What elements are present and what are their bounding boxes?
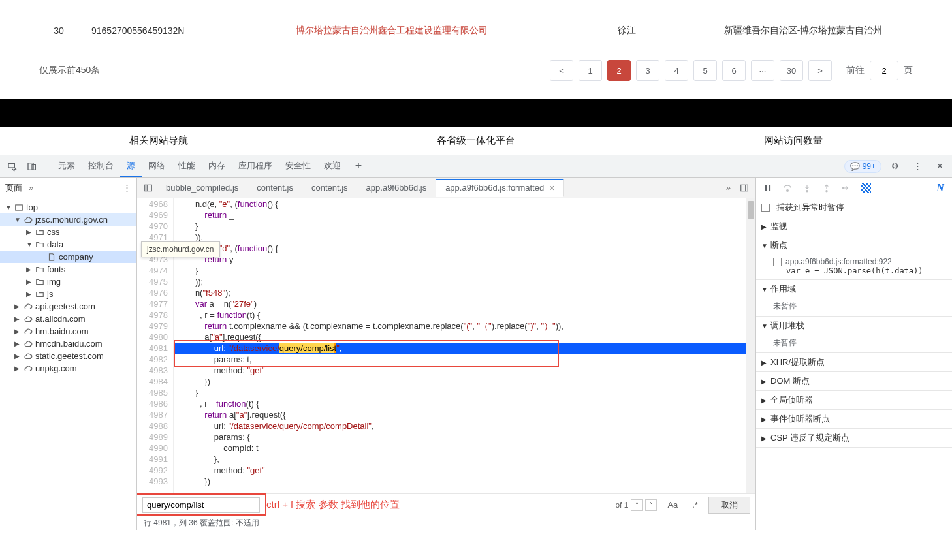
svg-rect-0 <box>8 163 14 168</box>
page-btn-30[interactable]: 30 <box>780 60 803 81</box>
cell-company[interactable]: 博尔塔拉蒙古自治州鑫合工程建设监理有限公司 <box>248 25 535 37</box>
watch-section[interactable]: ▶监视 <box>756 217 952 236</box>
search-next[interactable]: ˅ <box>645 499 657 511</box>
messages-badge[interactable]: 💬 99+ <box>844 160 881 173</box>
tree-item-unpkg.com[interactable]: ▶unpkg.com <box>0 362 136 375</box>
nav-left-icon[interactable] <box>140 183 157 193</box>
xhr-bp-section[interactable]: ▶XHR/提取断点 <box>756 353 952 371</box>
page-btn-3[interactable]: 3 <box>636 60 659 81</box>
more-tabs-icon[interactable]: » <box>721 183 736 193</box>
file-tab[interactable]: content.js <box>247 179 302 197</box>
step-icon[interactable] <box>840 181 853 194</box>
close-devtools-icon[interactable]: ✕ <box>931 158 948 175</box>
site-footer-nav: 相关网站导航 各省级一体化平台 网站访问数量 <box>0 127 952 155</box>
tree-item-img[interactable]: ▶img <box>0 275 136 288</box>
devtools: 元素控制台源网络性能内存应用程序安全性欢迎 + 💬 99+ ⚙ ⋮ ✕ 页面 »… <box>0 155 952 530</box>
webpage-content: 30 91652700556459132N 博尔塔拉蒙古自治州鑫合工程建设监理有… <box>0 0 952 99</box>
svg-rect-6 <box>741 185 748 191</box>
regex-toggle[interactable]: .* <box>688 500 702 510</box>
step-over-icon[interactable] <box>781 181 794 194</box>
page-btn-2[interactable]: 2 <box>607 60 631 81</box>
tree-item-data[interactable]: ▼data <box>0 238 136 251</box>
step-into-icon[interactable] <box>801 181 814 194</box>
file-tab[interactable]: bubble_compiled.js <box>157 179 247 197</box>
devtab-控制台[interactable]: 控制台 <box>82 156 120 177</box>
bp-checkbox[interactable] <box>773 258 782 266</box>
more-icon[interactable]: ⋮ <box>909 158 926 175</box>
cell-region: 新疆维吾尔自治区-博尔塔拉蒙古自治州 <box>718 25 888 37</box>
goto-prefix: 前往 <box>846 65 865 76</box>
devtab-源[interactable]: 源 <box>120 156 142 177</box>
nav-right-icon[interactable] <box>736 183 753 193</box>
cloud-icon <box>24 352 33 361</box>
page-btn-1[interactable]: 1 <box>579 60 602 81</box>
callstack-section[interactable]: ▼调用堆栈 <box>756 317 952 335</box>
file-tab[interactable]: app.a9f6bb6d.js:formatted× <box>436 179 564 197</box>
dom-bp-section[interactable]: ▶DOM 断点 <box>756 372 952 390</box>
settings-icon[interactable]: ⚙ <box>887 158 904 175</box>
global-listeners-section[interactable]: ▶全局侦听器 <box>756 391 952 409</box>
tree-item-hm.baidu.com[interactable]: ▶hm.baidu.com <box>0 325 136 337</box>
file-tab[interactable]: app.a9f6bb6d.js <box>357 179 436 197</box>
tree-item-css[interactable]: ▶css <box>0 226 136 238</box>
svg-rect-1 <box>28 163 33 170</box>
devtab-性能[interactable]: 性能 <box>172 156 202 177</box>
csp-bp-section[interactable]: ▶CSP 违反了规定断点 <box>756 429 952 447</box>
inspect-icon[interactable] <box>4 158 21 175</box>
tree-item-static.geetest.com[interactable]: ▶static.geetest.com <box>0 350 136 362</box>
folder-icon <box>35 290 44 299</box>
footer-link[interactable]: 相关网站导航 <box>0 134 317 147</box>
tree-item-hmcdn.baidu.com[interactable]: ▶hmcdn.baidu.com <box>0 337 136 350</box>
folder-icon <box>35 277 44 287</box>
svg-rect-4 <box>145 185 152 191</box>
tree-item-api.geetest.com[interactable]: ▶api.geetest.com <box>0 300 136 313</box>
page-prev[interactable]: < <box>550 60 573 81</box>
breakpoints-section[interactable]: ▼断点 <box>756 236 952 255</box>
pause-icon[interactable] <box>761 181 774 194</box>
devtab-欢迎[interactable]: 欢迎 <box>317 156 347 177</box>
step-out-icon[interactable] <box>820 181 833 194</box>
close-icon[interactable]: × <box>549 183 554 193</box>
page-next[interactable]: > <box>808 60 832 81</box>
page-btn-6[interactable]: 6 <box>722 60 746 81</box>
tree-item-at.alicdn.com[interactable]: ▶at.alicdn.com <box>0 313 136 325</box>
file-tab[interactable]: content.js <box>302 179 357 197</box>
tree-item-company[interactable]: company <box>0 251 136 263</box>
search-input[interactable] <box>142 497 260 513</box>
page-nav-title[interactable]: 页面 <box>5 182 22 194</box>
debug-panel: N 捕获到异常时暂停 ▶监视 ▼断点 app.a9f6bb6d.js:forma… <box>756 178 952 530</box>
match-case[interactable]: Aa <box>663 500 682 510</box>
cell-person: 徐江 <box>535 25 718 37</box>
device-icon[interactable] <box>24 158 40 175</box>
pause-exc-checkbox[interactable] <box>761 204 770 212</box>
devtab-网络[interactable]: 网络 <box>142 156 172 177</box>
search-prev[interactable]: ˄ <box>631 499 643 511</box>
tree-item-js[interactable]: ▶js <box>0 288 136 300</box>
tree-item-top[interactable]: ▼top <box>0 201 136 213</box>
cell-id: 91652700556459132N <box>91 25 248 36</box>
devtab-应用程序[interactable]: 应用程序 <box>232 156 279 177</box>
code-editor[interactable]: 4968496949704971497249734974497549764977… <box>137 198 755 493</box>
devtab-内存[interactable]: 内存 <box>202 156 232 177</box>
devtab-元素[interactable]: 元素 <box>52 156 82 177</box>
svg-point-11 <box>806 190 808 191</box>
add-tab-icon[interactable]: + <box>350 158 367 175</box>
deactivate-bp-icon[interactable] <box>859 181 872 194</box>
tree-item-fonts[interactable]: ▶fonts <box>0 263 136 275</box>
page-btn-5[interactable]: 5 <box>693 60 717 81</box>
scope-section[interactable]: ▼作用域 <box>756 280 952 298</box>
scrollbar-vertical[interactable] <box>746 198 755 493</box>
tree-item-jzsc.mohurd.gov.cn[interactable]: ▼jzsc.mohurd.gov.cn <box>0 213 136 226</box>
cancel-button[interactable]: 取消 <box>708 497 750 514</box>
page-btn-···[interactable]: ··· <box>751 60 774 81</box>
footer-link[interactable]: 网站访问数量 <box>635 134 952 147</box>
file-icon <box>47 253 56 262</box>
page-btn-4[interactable]: 4 <box>665 60 688 81</box>
pagination: < 123456···30 > 前往 页 <box>550 60 913 81</box>
cloud-icon <box>24 364 33 373</box>
event-bp-section[interactable]: ▶事件侦听器断点 <box>756 410 952 428</box>
goto-input[interactable] <box>870 61 898 80</box>
footer-link[interactable]: 各省级一体化平台 <box>317 134 635 147</box>
devtab-安全性[interactable]: 安全性 <box>279 156 317 177</box>
n-icon[interactable]: N <box>934 181 947 194</box>
